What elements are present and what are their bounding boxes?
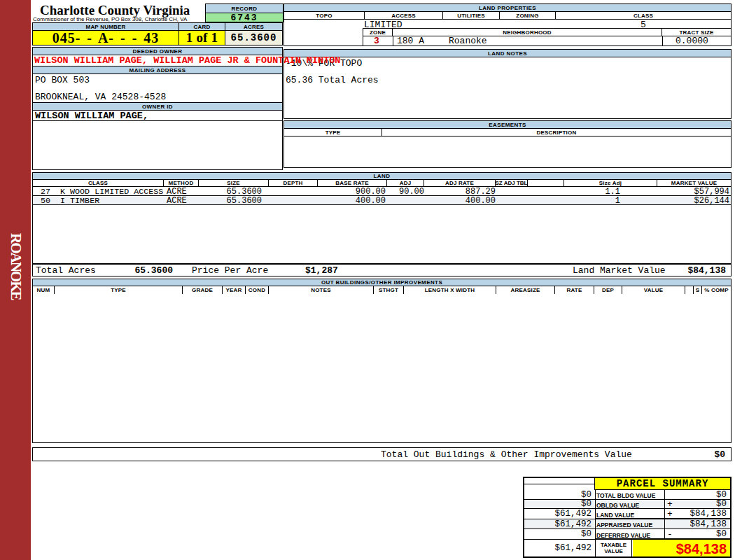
land-row2-size: 65.3600 <box>199 197 262 205</box>
ob-col-grade: GRADE <box>183 286 223 294</box>
land-row1-size: 65.3600 <box>199 188 262 196</box>
land-row2-base-rate: 400.00 <box>313 197 386 205</box>
land-row1-size-adj: 1.1 <box>523 188 620 196</box>
ps-taxable-value-cell: $84,138 <box>633 540 730 556</box>
ps-r5-left: $0 <box>581 530 592 539</box>
page-subtitle: Commissioner of the Revenue, PO Box 308,… <box>33 16 187 22</box>
ob-col-areasize: AREASIZE <box>496 286 555 294</box>
ob-col-blank <box>685 286 694 294</box>
land-row2-class: 50 I TIMBER <box>41 197 99 205</box>
total-acres-value: 65.3600 <box>96 266 173 275</box>
ob-col-rate: RATE <box>555 286 594 294</box>
ps-title: PARCEL SUMMARY <box>595 478 730 490</box>
land-row1-method: ACRE <box>167 188 187 196</box>
land-row1-class: 27 K WOOD LIMITED ACCESS <box>41 188 163 196</box>
zone-value-row: 3 180 A Roanoke 0.0000 <box>363 36 732 46</box>
land-row1-adj: 90.00 <box>369 188 424 196</box>
easement-description-label: DESCRIPTION <box>382 129 731 136</box>
ps-row-4: $61,492 APPRAISED VALUE $84,138 <box>524 519 730 529</box>
access-label: ACCESS <box>365 12 443 19</box>
topo-label: TOPO <box>284 12 365 19</box>
acres-value: 65.3600 <box>225 31 282 45</box>
land-total-row: Total Acres 65.3600 Price Per Acre $1,28… <box>32 264 732 276</box>
map-value-row: 045- - A- - - 43 1 of 1 65.3600 <box>32 30 283 46</box>
ps-r1-label: TOTAL BLDG VALUE <box>596 492 655 499</box>
class-label: CLASS <box>556 12 731 19</box>
land-col-size-adj: Size Adj <box>564 180 657 186</box>
neighborhood-label: NEIGHBORHOOD <box>393 29 662 36</box>
land-col-sz-adj-tbl: SZ ADJ TBL <box>496 180 528 186</box>
total-acres-label: Total Acres <box>36 266 96 275</box>
card-value: 1 of 1 <box>179 31 225 45</box>
tract-size-value: 0.0000 <box>676 36 708 46</box>
land-row1-market-value: $57,994 <box>628 188 729 196</box>
neighborhood-code: 180 A <box>397 36 424 46</box>
ps-r4-label: APPRAISED VALUE <box>596 522 652 528</box>
parcel-summary: PARCEL SUMMARY $0 TOTAL BLDG VALUE $0 $0… <box>523 477 732 558</box>
land-row-1: 27 K WOOD LIMITED ACCESS ACRE 65.3600 90… <box>33 187 731 196</box>
ob-col-value: VALUE <box>622 286 685 294</box>
land-table-header: CLASS METHOD SIZE DEPTH BASE RATE ADJ AD… <box>32 179 732 187</box>
land-col-size: SIZE <box>199 180 269 186</box>
land-row2-method: ACRE <box>167 197 187 205</box>
land-col-depth: DEPTH <box>269 180 318 186</box>
land-col-class: CLASS <box>33 180 164 186</box>
price-per-acre-value: $1,287 <box>305 266 338 275</box>
neighborhood-name: Roanoke <box>449 36 487 46</box>
ob-col-num: NUM <box>33 286 55 294</box>
land-row2-market-value: $26,144 <box>628 197 729 205</box>
ps-taxable-value: $84,138 <box>676 541 727 557</box>
zoning-label: ZONING <box>500 12 556 19</box>
zone-col-divider <box>393 36 393 46</box>
tract-size-cell: 0.0000 <box>662 36 732 46</box>
ps-r3-left: $61,492 <box>554 510 592 519</box>
address-line2: BROOKNEAL, VA 24528-4528 <box>35 92 166 102</box>
land-row1-adj-rate: 887.29 <box>425 188 496 196</box>
land-col-base-rate: BASE RATE <box>318 180 387 186</box>
address-line1: PO BOX 503 <box>35 76 90 85</box>
ps-row-3: $61,492 LAND VALUE + $84,138 <box>524 509 730 519</box>
easement-type-label: TYPE <box>284 129 382 136</box>
ob-col-cond: COND <box>246 286 269 294</box>
sidebar: ROANOKE <box>0 0 31 560</box>
land-row-2: 50 I TIMBER ACRE 65.3600 400.00 400.00 1… <box>33 196 731 205</box>
owner-empty-box <box>32 120 283 170</box>
land-table-body: 27 K WOOD LIMITED ACCESS ACRE 65.3600 90… <box>32 187 732 264</box>
land-notes-line2: 65.36 Total Acres <box>286 76 379 85</box>
ps-row-1: $0 TOTAL BLDG VALUE $0 <box>524 490 730 500</box>
sidebar-region-label: ROANOKE <box>7 233 24 300</box>
ob-col-year: YEAR <box>223 286 246 294</box>
ps-taxable-left: $61,492 <box>554 544 592 553</box>
ob-col-dep: DEP <box>594 286 622 294</box>
land-market-value: $84,138 <box>649 266 726 275</box>
out-buildings-total-value: $0 <box>714 450 725 459</box>
ps-header-left <box>524 478 595 490</box>
ob-col-s: S <box>694 286 702 294</box>
owner-id-value: WILSON WILLIAM PAGE, <box>35 111 148 120</box>
ps-row-5: $0 DEFERRED VALUE - $0 <box>524 529 730 540</box>
map-number-value: 045- - A- - - 43 <box>33 31 179 45</box>
land-row2-size-adj: 1 <box>523 197 620 205</box>
easements-box <box>284 136 732 168</box>
deeded-owner-value: WILSON WILLIAM PAGE, WILLIAM PAGE JR & F… <box>34 56 340 65</box>
price-per-acre-label: Price Per Acre <box>192 266 268 275</box>
record-value: 6743 <box>205 13 284 22</box>
land-col-market-value: MARKET VALUE <box>657 180 731 186</box>
ob-col-lengthxwidth: LENGTH X WIDTH <box>404 286 496 294</box>
utilities-label: UTILITIES <box>443 12 500 19</box>
ob-col-type: TYPE <box>55 286 183 294</box>
card-label: CARD <box>179 23 225 30</box>
land-col-method: METHOD <box>164 180 199 186</box>
ob-col-comp: % COMP <box>702 286 731 294</box>
zone-label: ZONE <box>363 29 393 36</box>
ob-col-sthgt: STHGT <box>374 286 404 294</box>
zone-value: 3 <box>374 36 379 46</box>
ps-taxable-label: TAXABLE VALUE <box>595 540 632 556</box>
land-col-adj: ADJ <box>387 180 424 186</box>
land-row2-adj-rate: 400.00 <box>425 197 496 205</box>
ob-col-notes: NOTES <box>269 286 374 294</box>
out-buildings-total-row: Total Out Buildings & Other Improvements… <box>32 447 732 461</box>
property-record-card: ROANOKE Charlotte County Virginia Commis… <box>0 0 735 560</box>
out-buildings-body <box>32 294 732 443</box>
acres-label: ACRES <box>225 23 282 30</box>
